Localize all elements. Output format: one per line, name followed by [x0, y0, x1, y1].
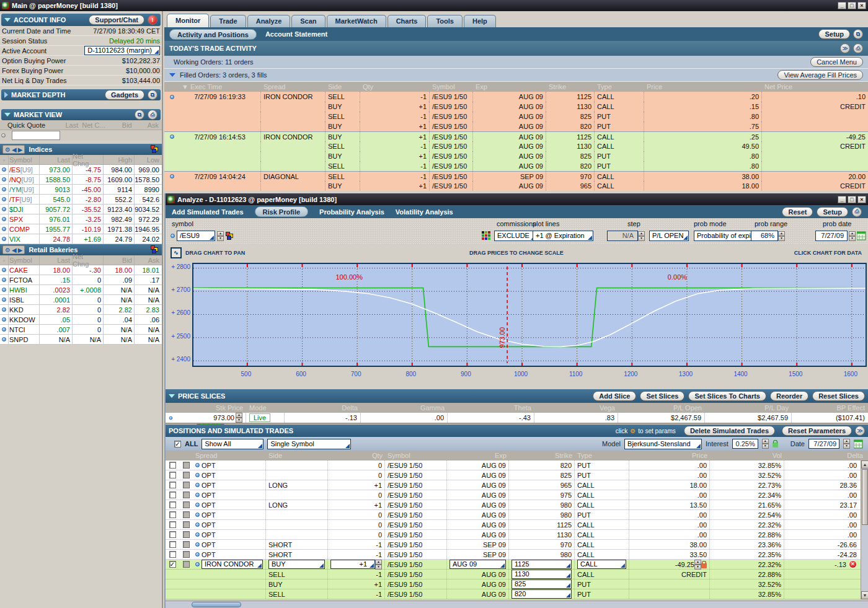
link-grid-icon[interactable] [226, 232, 234, 240]
row-toggle[interactable] [179, 480, 193, 490]
col-header[interactable]: Price [644, 83, 762, 90]
col-header[interactable]: Vega [534, 403, 618, 413]
account-info-header[interactable]: ACCOUNT INFO Support/Chat ! [1, 14, 161, 26]
col-header[interactable]: Delta [784, 451, 868, 460]
tab-marketwatch[interactable]: MarketWatch [327, 15, 386, 27]
order-leg-row[interactable]: SELL-1/ESU9 1/50AUG 09820PUT.80 [164, 161, 868, 171]
row-checkbox[interactable] [166, 540, 179, 549]
col-header[interactable]: Exp [473, 83, 546, 90]
strike-dropdown[interactable]: 820 [512, 589, 572, 599]
support-chat-button[interactable]: Support/Chat [89, 15, 144, 25]
row-toggle[interactable] [179, 510, 193, 519]
row-checkbox[interactable] [166, 460, 179, 470]
table-row[interactable]: KKDOW.050.04.06 [0, 315, 162, 325]
symbol-spinner[interactable]: ▲▼ [217, 231, 224, 241]
tab-volatility-analysis[interactable]: Volatility Analysis [396, 208, 453, 216]
row-toggle[interactable] [179, 490, 193, 500]
print-icon[interactable]: ⎙ [148, 110, 157, 120]
reset-button[interactable]: Reset [782, 207, 813, 217]
horizontal-scrollbar[interactable] [166, 601, 868, 608]
set-slices-to-charts-button[interactable]: Set Slices To Charts [688, 391, 766, 401]
scroll-up-icon[interactable]: ▲ [861, 460, 868, 469]
exp-dropdown[interactable]: AUG 09 [450, 560, 506, 569]
maximize-button[interactable]: □ [848, 2, 856, 9]
delete-leg-icon[interactable]: ✕ [849, 560, 857, 568]
params-icon[interactable]: ⚙ [630, 428, 636, 434]
delete-simulated-trades-button[interactable]: Delete Simulated Trades [684, 426, 775, 436]
set-slices-button[interactable]: Set Slices [640, 391, 684, 401]
col-header[interactable]: Side [266, 451, 328, 460]
symbol-input[interactable]: /ESU9 [177, 231, 215, 241]
reset-parameters-button[interactable]: Reset Parameters [782, 426, 852, 436]
col-header[interactable]: Qty [328, 451, 385, 460]
date-spinner[interactable]: ▲▼ [843, 439, 850, 449]
vertical-scrollbar[interactable]: ▲ ▼ [861, 460, 868, 599]
tab-help[interactable]: Help [464, 15, 496, 27]
col-header[interactable]: Symbol [9, 155, 40, 164]
row-checkbox[interactable] [166, 510, 179, 519]
col-header[interactable]: Type [595, 83, 644, 90]
show-all-dropdown[interactable]: Show All [202, 439, 264, 449]
order-leg-row[interactable]: SELL-1/ESU9 1/50AUG 091130CALL49.50CREDI… [164, 141, 868, 151]
row-toggle[interactable] [179, 570, 193, 579]
row-checkbox[interactable] [166, 579, 179, 589]
view-average-fill-prices-button[interactable]: View Average Fill Prices [777, 70, 863, 80]
row-checkbox[interactable] [166, 470, 179, 480]
gadgets-button[interactable]: Gadgets [105, 90, 144, 100]
reorder-button[interactable]: Reorder [770, 391, 808, 401]
detach-icon[interactable]: ⧉ [148, 90, 157, 100]
market-depth-header[interactable]: MARKET DEPTH Gadgets ⧉ [1, 89, 161, 100]
chart-svg[interactable]: 100.00%0.00%973.00 [193, 264, 866, 366]
slice-price-value[interactable]: 973.00 [213, 414, 234, 421]
price-spinner[interactable]: ▲▼ [694, 560, 701, 570]
col-header[interactable]: Side [326, 83, 360, 90]
row-toggle[interactable] [179, 460, 193, 470]
col-header[interactable]: Bid [104, 255, 135, 265]
filled-orders-row[interactable]: Filled Orders: 3 orders, 3 fills View Av… [164, 69, 868, 82]
col-header[interactable]: Ask [135, 255, 162, 265]
setup-button[interactable]: Setup [817, 207, 848, 217]
row-checkbox[interactable] [166, 520, 179, 529]
col-header[interactable]: Strike [509, 451, 575, 460]
sim-trade-leg-row[interactable]: SELL-1/ESU9 1/50AUG 09820PUT32.85% [166, 589, 862, 599]
position-row[interactable]: OPT0/ESU9 1/50AUG 09825PUT.0032.52%.00 [166, 470, 862, 480]
slice-mode-dropdown[interactable]: Live [249, 413, 270, 422]
single-symbol-dropdown[interactable]: Single Symbol [267, 439, 351, 449]
working-orders-row[interactable]: Working Orders: 11 orders Cancel Menu [164, 56, 868, 69]
scroll-down-icon[interactable]: ▼ [861, 591, 868, 599]
col-header[interactable]: Stk Price [166, 403, 246, 413]
spread-dropdown[interactable]: IRON CONDOR [202, 560, 263, 569]
prev-icon[interactable]: ◀ [12, 146, 17, 153]
row-toggle[interactable] [179, 470, 193, 480]
col-header[interactable]: Net Chng [73, 255, 104, 265]
slice-price-spinner[interactable]: ▲▼ [236, 413, 242, 423]
table-row[interactable]: /ES[U9]973.00-4.75984.00969.00 [0, 165, 162, 175]
step-field[interactable]: N/A [607, 231, 638, 241]
table-row[interactable]: NTCI.0070N/AN/A [0, 325, 162, 335]
table-row[interactable]: SPX976.01-3.25982.49972.29 [0, 214, 162, 224]
order-leg-row[interactable]: 7/27/09 14:04:24DIAGONALSELL-1/ESU9 1/50… [164, 171, 868, 181]
tab-trade[interactable]: Trade [210, 15, 246, 27]
tab-scan[interactable]: Scan [291, 15, 325, 27]
calendar-icon[interactable] [857, 231, 866, 240]
risk-profile-chart[interactable]: 100.00%0.00%973.00 7/27/09 8/22/09 + 240… [166, 260, 868, 384]
watchlist-nav[interactable]: ⚙ ◀ ▶ [2, 245, 25, 254]
plot-lines-dropdown[interactable]: +1 @ Expiration [533, 231, 593, 241]
col-header[interactable]: Strike [546, 83, 595, 90]
qty-stepper[interactable]: +1 [330, 560, 375, 569]
prev-icon[interactable]: ◀ [12, 247, 17, 253]
col-header[interactable]: Net Price [762, 83, 868, 90]
prob-range-field[interactable]: 68% [751, 231, 778, 241]
main-window-titlebar[interactable]: Main @ paperMoney [build 1380] _ □ × [0, 0, 868, 11]
print-icon[interactable]: ⎙ [852, 207, 862, 217]
commissions-dropdown[interactable]: EXCLUDE [494, 231, 536, 241]
position-row[interactable]: OPTLONG+1/ESU9 1/50AUG 09965CALL18.0022.… [166, 480, 862, 490]
model-dropdown[interactable]: Bjerksund-Stensland [624, 439, 702, 449]
cancel-menu-button[interactable]: Cancel Menu [810, 57, 863, 67]
checked-checkbox[interactable]: ✓ [169, 561, 176, 568]
scrollbar-thumb[interactable] [862, 469, 868, 525]
col-header[interactable]: ▼ Exec Time [179, 83, 261, 90]
col-header[interactable]: BP Effect [792, 403, 868, 413]
step-spinner[interactable]: ▲▼ [638, 231, 645, 241]
tab-monitor[interactable]: Monitor [167, 14, 209, 27]
